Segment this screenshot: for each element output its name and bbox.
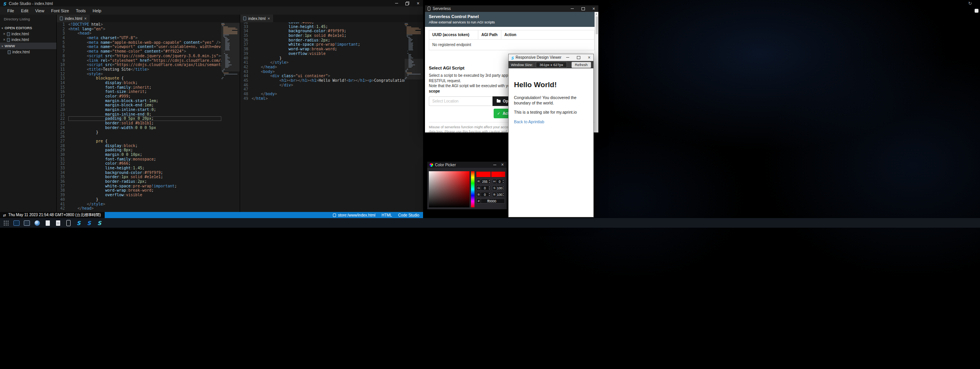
code-line[interactable] (68, 134, 221, 139)
code-line[interactable]: display:block; (68, 81, 221, 85)
code-line[interactable]: border:1px solid #e1e1e1; (68, 175, 221, 179)
minimap-viewport[interactable] (221, 23, 240, 71)
code-line[interactable]: margin-block-start:1em; (68, 99, 221, 103)
sidebar-item-file[interactable]: index.html (0, 37, 56, 43)
code-line[interactable]: <!DOCTYPE html> (68, 22, 221, 27)
status-datetime-chip[interactable]: Thu May 11 2023 21:54:48 GMT+0800 (台北標準時… (0, 212, 105, 218)
spinner-icon[interactable] (489, 180, 490, 183)
document-icon[interactable] (44, 220, 51, 227)
close-icon[interactable] (416, 2, 420, 5)
code-line[interactable]: </head> (252, 65, 405, 69)
notes-icon[interactable] (54, 220, 61, 227)
tab-index-html[interactable]: index.html (240, 15, 273, 22)
status-file[interactable]: store:/www/index.html (333, 213, 376, 217)
menu-item-tools[interactable]: Tools (72, 7, 89, 15)
window-size-value[interactable]: 361px x 627px (536, 62, 567, 68)
brightness-input[interactable]: 100 (497, 192, 505, 197)
minimap[interactable] (405, 22, 423, 212)
code-line[interactable]: <script src="https://code.jquery.com/jqu… (68, 54, 221, 58)
code-line[interactable]: font-family:monospace; (68, 157, 221, 162)
code-line[interactable]: <meta name="apple-mobile-web-app-capable… (68, 40, 221, 45)
code-line[interactable]: </style> (68, 202, 221, 207)
code-line[interactable]: margin-block-end:1em; (68, 103, 221, 108)
code-studio-icon-3[interactable] (96, 220, 103, 227)
code-line[interactable]: </style> (252, 60, 405, 65)
close-icon[interactable] (3, 32, 5, 36)
code-line[interactable]: } (68, 197, 221, 202)
tab-close-icon[interactable] (268, 16, 270, 21)
menu-item-view[interactable]: View (32, 7, 48, 15)
tab-close-icon[interactable] (84, 16, 87, 21)
color-swatch-1[interactable] (476, 172, 491, 177)
spinner-icon[interactable] (502, 193, 504, 196)
code-line[interactable]: border:solid #b1b1b1; (68, 121, 221, 126)
code-line[interactable]: background-color:#f9f9f9; (252, 29, 405, 33)
scrollbar[interactable] (595, 12, 598, 132)
minimize-icon[interactable] (570, 7, 574, 11)
menu-item-font-size[interactable]: Font Size (48, 7, 72, 15)
code-line[interactable]: background-color:#f9f9f9; (68, 170, 221, 175)
refresh-button[interactable]: Refresh (572, 62, 591, 68)
file-manager-icon[interactable] (23, 220, 30, 227)
close-icon[interactable] (587, 56, 591, 60)
color-picker-title-bar[interactable]: Color Picker (427, 162, 507, 168)
code-line[interactable]: <title>Testing Site</title> (68, 67, 221, 72)
minimap-viewport[interactable] (405, 59, 423, 79)
close-icon[interactable] (501, 163, 504, 167)
minimize-icon[interactable] (566, 56, 570, 60)
code-line[interactable]: </body> (252, 92, 405, 96)
saturation-input[interactable]: 100 (497, 185, 505, 190)
code-line[interactable]: line-height:1.45; (252, 25, 405, 29)
code-editor[interactable]: 32 color:#666;33 line-height:1.45;34 bac… (240, 20, 405, 212)
code-line[interactable]: </html> (252, 96, 405, 101)
code-line[interactable]: font-family:inherit; (68, 85, 221, 90)
browser-icon[interactable] (34, 220, 41, 227)
code-line[interactable]: overflow:visible (252, 51, 405, 56)
code-line[interactable]: overflow:visible (68, 193, 221, 197)
code-line[interactable]: } (252, 56, 405, 61)
code-line[interactable]: margin:0 0 10px; (68, 152, 221, 157)
code-line[interactable]: margin-inline-end:0; (68, 112, 221, 117)
code-line[interactable]: <meta name="viewport" content="user-scal… (68, 45, 221, 49)
code-line[interactable]: <h1><br></h1><h1>Hello World!<br></h1><p… (252, 78, 405, 83)
code-studio-icon-2[interactable] (86, 220, 92, 227)
terminal-icon[interactable] (13, 220, 20, 227)
code-line[interactable]: word-wrap:break-word; (68, 188, 221, 193)
viewer-title-bar[interactable]: Responsive Design Viewer (509, 54, 593, 61)
code-line[interactable]: </head> (68, 206, 221, 211)
saturation-area[interactable] (429, 171, 469, 207)
code-line[interactable]: font-size:inherit; (68, 89, 221, 94)
code-line[interactable]: blockquote { (68, 76, 221, 81)
minimize-icon[interactable] (493, 163, 497, 167)
code-line[interactable]: padding:8px; (68, 148, 221, 152)
code-line[interactable]: <html lang="en"> (68, 27, 221, 31)
code-line[interactable]: padding:0 5px 0 20px; (68, 116, 221, 121)
tab-index-html[interactable]: index.html (57, 15, 90, 22)
title-bar[interactable]: Code Studio - index.html (0, 0, 423, 7)
code-line[interactable]: color:#999; (68, 94, 221, 99)
spinner-icon[interactable] (502, 180, 504, 183)
code-line[interactable]: <link rel="stylesheet" href="https://cdn… (68, 58, 221, 63)
code-line[interactable]: <meta name="theme-color" content="#ff922… (68, 49, 221, 54)
code-studio-icon-1[interactable] (75, 220, 82, 227)
maximize-icon[interactable] (576, 56, 580, 60)
desktop-sync-icon[interactable] (968, 1, 972, 6)
close-icon[interactable] (592, 7, 596, 11)
restore-icon[interactable] (405, 2, 409, 5)
minimize-icon[interactable] (395, 2, 399, 5)
code-line[interactable]: line-height:1.45; (68, 166, 221, 170)
code-editor[interactable]: 1<!DOCTYPE html>2<html lang="en">3 <head… (57, 22, 221, 212)
spinner-icon[interactable] (489, 193, 490, 196)
hue-input[interactable]: 0 (497, 179, 505, 184)
desktop-widget-icon[interactable] (975, 9, 978, 13)
minimap[interactable] (221, 22, 240, 212)
serverless-title-bar[interactable]: Serverless (425, 5, 598, 12)
code-line[interactable]: <head> (68, 31, 221, 36)
hue-slider[interactable] (471, 171, 474, 207)
close-icon[interactable] (3, 38, 5, 42)
code-line[interactable]: </div> (252, 83, 405, 88)
hex-input[interactable]: ff0000 (481, 199, 505, 204)
code-line[interactable]: border-radius:2px; (68, 179, 221, 184)
code-line[interactable]: white-space:pre-wrap!important; (68, 184, 221, 189)
code-line[interactable]: <style> (68, 72, 221, 76)
